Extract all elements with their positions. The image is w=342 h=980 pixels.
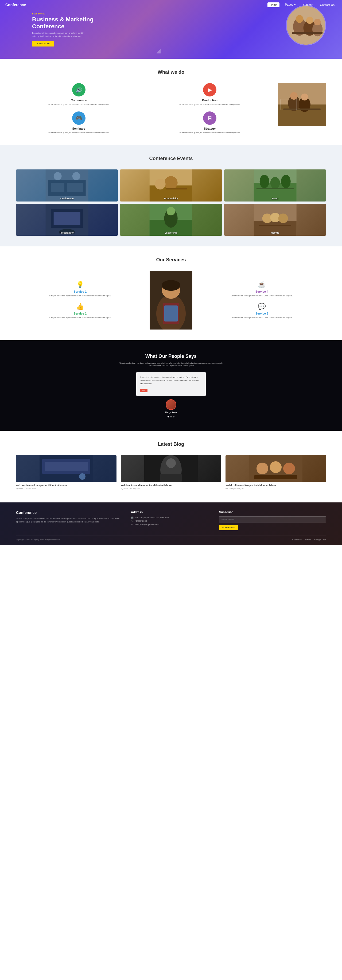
service-seminars: 🎮 Seminars Sit amet mattis quam, sit ame… <box>16 111 142 134</box>
testimonial-card: Excepteur sint occaecat cupidatat non pr… <box>136 372 206 396</box>
service-strategy-name: Strategy <box>204 127 216 130</box>
footer-address: Address 🏢 The company name 3341, New Yor… <box>131 511 211 530</box>
blog-post-3[interactable]: sed do cliusmod tempor incididunt ut lab… <box>226 455 326 492</box>
event-event-label: Event <box>224 197 326 200</box>
event-presentation-image <box>16 204 118 236</box>
svg-point-40 <box>167 207 175 215</box>
what-we-do-title: What we do <box>16 70 326 75</box>
event-leadership[interactable]: Leadership <box>120 204 222 236</box>
svg-point-21 <box>72 172 80 180</box>
nav-pages[interactable]: Pages ▾ <box>283 2 297 7</box>
event-productivity-image <box>120 169 222 202</box>
svg-rect-61 <box>160 474 182 482</box>
dot-3[interactable] <box>173 416 175 417</box>
svg-rect-56 <box>45 462 87 471</box>
navbar: Conference Home Pages ▾ Gallery Contact … <box>0 0 342 10</box>
hero-title: Business & MarketingConference <box>32 16 315 30</box>
events-grid: Conference Productivity <box>16 169 326 236</box>
event-event[interactable]: Event <box>224 169 326 202</box>
service-conference: 🔊 Conference Sit amet mattis quam, sit a… <box>16 83 142 106</box>
service-strategy-desc: Sit amet mattis quam, sit amet excepteur… <box>179 131 241 134</box>
blog-post-3-meta: By: Marti | 06 Nov, 2021 <box>226 488 326 490</box>
nav-gallery[interactable]: Gallery <box>301 2 315 7</box>
service-1-name: Service 1 <box>74 290 87 293</box>
blog-post-3-title: sed do cliusmod tempor incididunt ut lab… <box>226 484 326 487</box>
social-google-plus[interactable]: Google Plus <box>314 539 326 541</box>
service-2-desc: Cinque doles tes aget malesuada. Cras ul… <box>49 316 111 319</box>
svg-point-30 <box>270 177 280 189</box>
event-conference-image <box>16 169 118 202</box>
service-1-desc: Cinque doles tes aget malesuada. Cras ul… <box>49 294 111 298</box>
svg-point-20 <box>54 172 62 180</box>
nav-contact[interactable]: Contact Us <box>318 2 337 7</box>
blog-post-1[interactable]: sed do cliusmod tempor incididunt ut lab… <box>16 455 116 492</box>
nav-home[interactable]: Home <box>267 2 280 7</box>
testimonial-author-area: Mary Jane <box>16 399 326 414</box>
blog-post-2-title: sed do cliusmod tempor incididunt ut lab… <box>121 484 221 487</box>
svg-point-25 <box>155 179 165 189</box>
service-conference-desc: Sit amet mattis quam, sit amet excepteur… <box>48 103 110 106</box>
svg-point-63 <box>256 463 268 474</box>
blog-post-3-content: sed do cliusmod tempor incididunt ut lab… <box>226 482 326 492</box>
footer-description: Sed ut perspiciatis unde omnis iste natu… <box>16 517 123 524</box>
blog-post-2-meta: By: Marti | 06 July, 2021 <box>121 488 221 490</box>
services-right-col: ☕ Service 4 Cinque doles tes aget malesu… <box>198 281 326 319</box>
blog-grid: sed do cliusmod tempor incididunt ut lab… <box>16 455 326 492</box>
testimonials-section: What Our People Says Ut enim ad minim ve… <box>0 340 342 431</box>
blog-post-2[interactable]: sed do cliusmod tempor incididunt ut lab… <box>121 455 221 492</box>
event-productivity[interactable]: Productivity <box>120 169 222 202</box>
footer-address-company: 🏢 The company name 3341, New York <box>131 516 211 519</box>
footer-grid: Conference Sed ut perspiciatis unde omni… <box>16 511 326 530</box>
svg-rect-35 <box>54 212 80 225</box>
service-conference-name: Conference <box>71 99 87 102</box>
hero-decorative-shape <box>157 49 161 53</box>
service-1-icon: 💡 <box>76 281 84 288</box>
service-5-desc: Cinque doles tes aget malesuada. Cras ul… <box>231 316 293 319</box>
footer-subscribe: Subscribe SUBSCRIBE <box>219 511 326 530</box>
conference-events-section: Conference Events Conference <box>0 145 342 247</box>
testimonials-content: What Our People Says Ut enim ad minim ve… <box>16 353 326 417</box>
testimonial-text: Excepteur sint occaecat cupidatat non pr… <box>140 376 202 385</box>
what-we-do-section: What we do 🔊 Conference Sit amet mattis … <box>0 59 342 145</box>
service-production: ▶ Production Sit amet mattis quam, sit a… <box>147 83 272 106</box>
our-services-section: Our Services 💡 Service 1 Cinque doles te… <box>0 247 342 340</box>
blog-post-1-meta: By: Marti | 05 Nov, 2021 <box>16 488 116 490</box>
service-2-name: Service 2 <box>74 312 87 315</box>
phone-icon: 📞 <box>131 520 134 522</box>
services-layout: 💡 Service 1 Cinque doles tes aget malesu… <box>16 271 326 329</box>
event-presentation[interactable]: Presentation <box>16 204 118 236</box>
footer-address-phone: 📞 +1(888)7680 <box>131 520 211 522</box>
testimonial-see-button[interactable]: See <box>140 389 148 392</box>
svg-point-60 <box>166 458 176 468</box>
testimonial-dots <box>16 416 326 417</box>
what-we-do-grid: 🔊 Conference Sit amet mattis quam, sit a… <box>16 83 326 134</box>
person-image <box>150 271 192 329</box>
subscribe-button[interactable]: SUBSCRIBE <box>219 525 238 530</box>
blog-post-2-image <box>121 455 221 482</box>
social-twitter[interactable]: Twitter <box>305 539 311 541</box>
svg-rect-53 <box>164 305 178 321</box>
service-conference-icon: 🔊 <box>72 83 86 97</box>
event-meetup[interactable]: Meetup <box>224 204 326 236</box>
service-4-item: ☕ Service 4 Cinque doles tes aget malesu… <box>198 281 326 298</box>
hero-desc: Excepteur sint occaecat cupidatat non pr… <box>32 32 86 38</box>
service-production-icon: ▶ <box>203 83 216 97</box>
service-strategy: 🖥 Strategy Sit amet mattis quam, sit ame… <box>147 111 272 134</box>
dot-1[interactable] <box>167 416 169 417</box>
event-presentation-label: Presentation <box>16 231 118 234</box>
hero-cta-button[interactable]: LEARN MORE <box>32 41 54 46</box>
footer-subscribe-title: Subscribe <box>219 511 326 514</box>
social-facebook[interactable]: Facebook <box>292 539 302 541</box>
event-event-image <box>224 169 326 202</box>
svg-rect-66 <box>255 475 297 479</box>
svg-rect-32 <box>256 188 294 189</box>
svg-point-57 <box>79 473 86 480</box>
subscribe-email-input[interactable] <box>219 516 326 522</box>
service-seminars-name: Seminars <box>72 127 86 130</box>
blog-post-3-image <box>226 455 326 482</box>
testimonials-subtitle: Ut enim ad minim veniam, quis nostrud ex… <box>118 362 224 367</box>
service-strategy-icon: 🖥 <box>203 111 216 125</box>
event-conference[interactable]: Conference <box>16 169 118 202</box>
footer-about: Conference Sed ut perspiciatis unde omni… <box>16 511 123 530</box>
dot-2[interactable] <box>170 416 172 417</box>
